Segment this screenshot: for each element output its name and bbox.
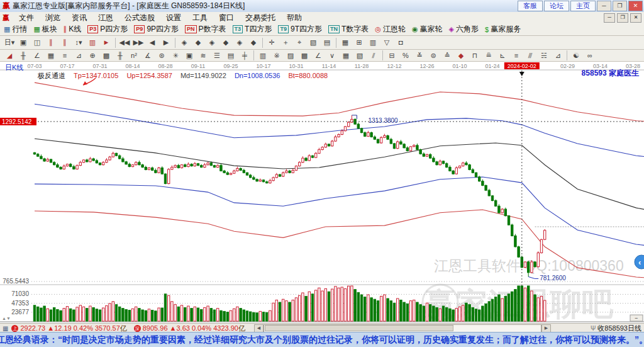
gann-fan-icon[interactable]: ∠ xyxy=(30,50,44,62)
gold-line-icon[interactable]: ≙ xyxy=(440,50,454,62)
period-day-icon[interactable]: 日▾ xyxy=(3,37,16,48)
channel-icon[interactable]: ▥ xyxy=(256,50,270,62)
menu-item-3[interactable]: 江恩 xyxy=(92,13,119,23)
circle-tool-icon[interactable]: ⊕ xyxy=(86,50,99,62)
scrollbar-track[interactable] xyxy=(264,324,541,333)
ladder-icon[interactable]: ☵ xyxy=(537,50,551,62)
prev-bar-icon[interactable]: ◀ xyxy=(145,37,159,48)
minimize-button[interactable]: ─ xyxy=(597,1,611,11)
export-icon[interactable]: ◘ xyxy=(394,37,408,48)
hatch-icon[interactable]: ▩ xyxy=(99,50,113,62)
toolbar-item-9T四方形[interactable]: T99T四方形 xyxy=(278,24,322,35)
kline-box-icon[interactable]: ▥ xyxy=(86,37,99,48)
gann-diamond4-icon[interactable]: ◆ xyxy=(219,37,233,48)
fan2-icon[interactable]: ∠ xyxy=(311,50,325,62)
child-minimize-button[interactable]: ─ xyxy=(604,13,615,23)
quote-grid-icon[interactable]: ▦ xyxy=(3,325,8,332)
toolbar-item-赢家轮[interactable]: ◉赢家轮 xyxy=(412,24,443,35)
toolbar-item-行情[interactable]: ▦行情 xyxy=(4,24,27,35)
titlebar-button-2[interactable]: 主页 xyxy=(570,1,596,11)
gann-diamond6-icon[interactable]: ◆ xyxy=(247,37,260,48)
save-icon[interactable]: ▽ xyxy=(380,37,394,48)
grid-lines-icon[interactable]: ╫ xyxy=(16,50,30,62)
kline-chart-svg[interactable]: 07-0307-1707-3108-1408-2809-1109-2510-17… xyxy=(0,62,644,323)
pct-line-icon[interactable]: ≚ xyxy=(413,50,426,62)
hand-tool-icon[interactable]: ✛ xyxy=(265,37,279,48)
infinity-icon[interactable]: ∞ xyxy=(583,50,597,62)
kline-style-icon[interactable]: ∥ xyxy=(44,37,58,48)
pole-icon[interactable]: ╪ xyxy=(238,50,252,62)
calculator-icon[interactable]: ⊞ xyxy=(352,37,366,48)
toolbar-item-P数字表[interactable]: PNP数字表 xyxy=(185,24,226,35)
angle-icon[interactable]: ⊿ xyxy=(72,50,86,62)
chart-scrollbar[interactable]: ◀ ▶ xyxy=(254,324,551,333)
angle2-icon[interactable]: ⊾ xyxy=(496,50,509,62)
star-tool-icon[interactable]: ✳ xyxy=(169,50,182,62)
child-close-button[interactable]: ✕ xyxy=(630,13,641,23)
box-tool-icon[interactable]: ▣ xyxy=(182,50,196,62)
percent-icon[interactable]: % xyxy=(399,50,413,62)
steps-icon[interactable]: ≡ xyxy=(509,50,523,62)
scale-icon[interactable]: ↕▾ xyxy=(72,37,86,48)
gold-box-icon[interactable]: ≞ xyxy=(482,50,496,62)
wave-icon[interactable]: ≋ xyxy=(196,50,210,62)
gann-diamond1-icon[interactable]: ◈ xyxy=(177,37,191,48)
menu-item-1[interactable]: 浏览 xyxy=(40,13,66,23)
last-bar-icon[interactable]: ▶▶ xyxy=(131,37,145,48)
scroll-left-button[interactable]: ◀ xyxy=(254,324,264,333)
gann-diamond3-icon[interactable]: ◈ xyxy=(205,37,219,48)
gann-grid-icon[interactable]: ▦ xyxy=(44,50,58,62)
axis-zoom-control[interactable]: ▲▼ xyxy=(2,316,11,321)
block-icon[interactable]: ▩ xyxy=(297,50,311,62)
panel-expand-arrow-icon[interactable]: ‹ xyxy=(638,258,641,267)
menu-item-5[interactable]: 设置 xyxy=(160,13,187,23)
close-button[interactable]: ✕ xyxy=(628,1,643,11)
flag-icon[interactable]: ► xyxy=(99,37,113,48)
square-n-icon[interactable]: n² xyxy=(127,50,141,62)
zigzag-icon[interactable]: ∨ xyxy=(325,50,339,62)
spike-icon[interactable]: ☰ xyxy=(210,50,224,62)
scroll-right-button[interactable]: ▶ xyxy=(541,324,551,333)
toolbar-item-T数字表[interactable]: TNT数字表 xyxy=(328,24,369,35)
menu-item-8[interactable]: 交易委托 xyxy=(240,13,281,23)
gann-diamond2-icon[interactable]: ◆ xyxy=(191,37,205,48)
notes-icon[interactable]: ▥ xyxy=(366,37,380,48)
toolbar-item-9P四方形[interactable]: P99P四方形 xyxy=(134,24,179,35)
toolbar-item-六角形[interactable]: ◈六角形 xyxy=(449,24,479,35)
child-restore-button[interactable]: ❐ xyxy=(617,13,628,23)
maximize-button[interactable]: ❐ xyxy=(613,1,627,11)
menu-item-2[interactable]: 资讯 xyxy=(66,13,92,23)
fence-icon[interactable]: ▤ xyxy=(224,50,238,62)
stats-icon[interactable]: ▧ xyxy=(306,37,320,48)
ink-icon[interactable]: ◆ xyxy=(454,50,468,62)
toolbar-item-江恩轮[interactable]: ◎江恩轮 xyxy=(375,24,406,35)
grid3-icon[interactable]: ▧ xyxy=(353,50,367,62)
first-bar-icon[interactable]: ◀◀ xyxy=(118,37,131,48)
slope-icon[interactable]: ⫻ xyxy=(523,50,537,62)
shear-icon[interactable]: ⊿ xyxy=(551,50,565,62)
ruler-icon[interactable]: ⌖ xyxy=(292,37,306,48)
trap-icon[interactable]: ⊓ xyxy=(468,50,482,62)
next-bar-icon[interactable]: ▶ xyxy=(159,37,173,48)
pencil-tool-icon[interactable]: ◢ xyxy=(3,50,16,62)
titlebar-button-1[interactable]: 论坛 xyxy=(544,1,569,11)
menu-item-4[interactable]: 公式选股 xyxy=(119,13,160,23)
window-icon[interactable]: ▣ xyxy=(16,37,30,48)
menu-item-6[interactable]: 工具 xyxy=(187,13,213,23)
grid2-icon[interactable]: ▦ xyxy=(339,50,353,62)
panel-icon[interactable]: ◫ xyxy=(30,37,44,48)
rays-icon[interactable]: ※ xyxy=(270,50,284,62)
chart-area[interactable]: 07-0307-1707-3108-1408-2809-1109-2510-17… xyxy=(0,62,644,323)
calendar-icon[interactable]: ▦ xyxy=(338,37,352,48)
wheel-tool-icon[interactable]: ⊛ xyxy=(155,50,169,62)
fib-lines-icon[interactable]: ≡ xyxy=(58,50,72,62)
gold-circle-icon[interactable]: ⊜ xyxy=(426,50,440,62)
scrollbar-thumb[interactable] xyxy=(265,325,453,331)
kline-style2-icon[interactable]: ∥ xyxy=(58,37,72,48)
toolbar-item-板块[interactable]: ▦板块 xyxy=(33,24,57,35)
toolbar-item-K线[interactable]: ∥K线 xyxy=(64,24,82,35)
toolbar-item-T四方形[interactable]: T3T四方形 xyxy=(233,24,272,35)
menu-item-0[interactable]: 文件 xyxy=(13,13,40,23)
protractor-icon[interactable]: ∡ xyxy=(141,50,155,62)
ratio-icon[interactable]: ⊟ xyxy=(385,50,399,62)
